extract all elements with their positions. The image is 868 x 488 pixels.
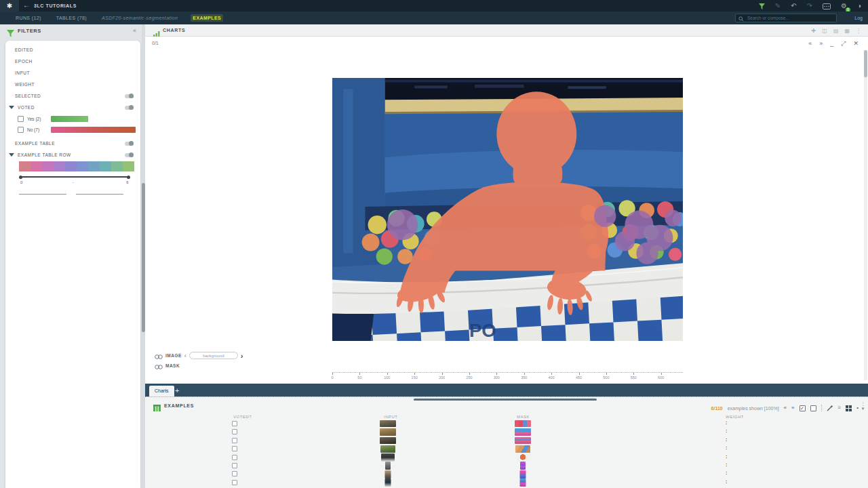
- redo-icon[interactable]: ↷: [807, 0, 812, 12]
- input-thumbnail[interactable]: [380, 428, 396, 436]
- table-row[interactable]: :: [145, 445, 868, 453]
- filter-field-voted[interactable]: VOTED: [18, 105, 35, 110]
- app-logo-icon[interactable]: ✱: [0, 0, 19, 12]
- magic-wand-icon[interactable]: [827, 402, 833, 414]
- chart-close-icon[interactable]: ✕: [853, 41, 859, 47]
- input-thumbnail[interactable]: [380, 445, 395, 453]
- chart-scrollbar-thumb[interactable]: [864, 50, 867, 77]
- row-voted-checkbox[interactable]: [232, 429, 237, 434]
- example-table-row-toggle[interactable]: [125, 153, 134, 157]
- tools-icon[interactable]: ⚙1: [841, 0, 847, 12]
- input-thumbnail[interactable]: [385, 479, 391, 487]
- search-input[interactable]: [746, 15, 833, 21]
- filter-icon[interactable]: [759, 0, 765, 12]
- range-slider[interactable]: [20, 176, 129, 178]
- layer-visibility-icon[interactable]: [155, 360, 163, 372]
- example-table-toggle[interactable]: [125, 142, 134, 146]
- page-first-icon[interactable]: «: [784, 405, 787, 411]
- value-gradient-bar[interactable]: [19, 161, 134, 171]
- class-selector-pill[interactable]: background: [189, 352, 238, 359]
- list-view-icon[interactable]: ≡: [838, 405, 842, 411]
- tab-charts[interactable]: Charts: [149, 386, 174, 396]
- mask-thumbnail[interactable]: [516, 453, 530, 462]
- filter-field-epoch[interactable]: EPOCH: [15, 59, 33, 64]
- nav-tab[interactable]: RUNS (12): [14, 14, 43, 22]
- row-voted-checkbox[interactable]: [232, 480, 237, 485]
- back-arrow-icon[interactable]: ←: [23, 0, 30, 12]
- log-button[interactable]: Log: [854, 14, 863, 22]
- selected-toggle[interactable]: [125, 94, 134, 98]
- edit-icon[interactable]: ✎: [775, 0, 781, 12]
- chart-scrollbar[interactable]: [864, 50, 867, 380]
- detail-view-icon[interactable]: •: [856, 405, 859, 411]
- segmentation-image[interactable]: PO: [332, 78, 683, 341]
- range-min-input[interactable]: [19, 187, 66, 195]
- table-row[interactable]: :: [145, 436, 868, 445]
- charts-kebab-icon[interactable]: ⋮: [856, 28, 861, 34]
- table-row[interactable]: :: [145, 479, 868, 487]
- mask-thumbnail[interactable]: [515, 445, 530, 453]
- table-row[interactable]: :: [145, 470, 868, 478]
- search-box[interactable]: [735, 14, 837, 22]
- mask-thumbnail[interactable]: [515, 420, 531, 427]
- voted-option-checkbox[interactable]: [18, 116, 24, 122]
- nav-tab[interactable]: TABLES (78): [54, 14, 89, 22]
- chart-next-icon[interactable]: »: [819, 41, 823, 47]
- mask-thumbnail[interactable]: [520, 470, 526, 479]
- table-row[interactable]: :: [145, 462, 868, 470]
- voted-toggle[interactable]: [125, 106, 134, 110]
- examples-collapse-icon[interactable]: ▾: [862, 407, 865, 411]
- filter-field-edited[interactable]: EDITED: [15, 47, 33, 52]
- undo-icon[interactable]: ↶: [791, 0, 796, 12]
- table-row[interactable]: :: [145, 420, 868, 428]
- column-header-voted[interactable]: VOTED?: [233, 415, 252, 419]
- mask-thumbnail[interactable]: [520, 462, 526, 470]
- row-voted-checkbox[interactable]: [232, 421, 237, 426]
- column-header-input[interactable]: INPUT: [384, 415, 398, 419]
- select-all-checkbox[interactable]: ✓: [800, 405, 806, 411]
- chart-prev-icon[interactable]: «: [808, 41, 812, 47]
- column-header-weight[interactable]: WEIGHT: [726, 415, 744, 419]
- command-bar-icon[interactable]: [823, 0, 831, 12]
- mask-thumbnail[interactable]: [520, 479, 526, 487]
- layout-grid-icon[interactable]: ▦: [844, 28, 850, 34]
- move-panel-icon[interactable]: ✚: [812, 28, 816, 34]
- table-row[interactable]: :: [145, 453, 868, 462]
- grid-view-icon[interactable]: [846, 405, 852, 411]
- range-max-input[interactable]: [76, 187, 123, 195]
- input-thumbnail[interactable]: [381, 453, 395, 462]
- class-next-icon[interactable]: ›: [241, 352, 243, 359]
- input-thumbnail[interactable]: [385, 470, 391, 479]
- select-none-checkbox[interactable]: [810, 405, 816, 411]
- column-header-mask[interactable]: MASK: [517, 415, 530, 419]
- filter-field-input[interactable]: INPUT: [15, 70, 30, 75]
- nav-tab[interactable]: EXAMPLES: [191, 14, 223, 22]
- mask-thumbnail[interactable]: [515, 437, 531, 444]
- class-prev-icon[interactable]: ‹: [184, 352, 186, 359]
- layout-rows-icon[interactable]: ▤: [833, 28, 839, 34]
- chart-maximize-icon[interactable]: ⤢: [841, 41, 846, 47]
- theme-toggle-icon[interactable]: ◑: [857, 0, 861, 12]
- example-table-row-caret-icon[interactable]: [9, 153, 14, 157]
- sidebar-collapse-icon[interactable]: «: [133, 27, 136, 34]
- chart-minimize-icon[interactable]: _: [830, 41, 833, 47]
- examples-hscrollbar-thumb[interactable]: [414, 399, 597, 401]
- mask-thumbnail[interactable]: [515, 428, 531, 436]
- input-thumbnail[interactable]: [380, 437, 396, 444]
- table-row[interactable]: :: [145, 428, 868, 436]
- filter-field-selected[interactable]: SELECTED: [15, 94, 41, 98]
- input-thumbnail[interactable]: [380, 420, 396, 427]
- row-voted-checkbox[interactable]: [232, 438, 237, 443]
- add-tab-button[interactable]: +: [175, 385, 179, 396]
- voted-option-checkbox[interactable]: [18, 127, 24, 133]
- voted-caret-icon[interactable]: [9, 106, 14, 109]
- filter-field-example-table[interactable]: EXAMPLE TABLE: [15, 141, 55, 146]
- filter-field-weight[interactable]: WEIGHT: [15, 82, 35, 87]
- row-voted-checkbox[interactable]: [232, 463, 237, 468]
- nav-tab[interactable]: ASDF20-semantic-segmentation: [100, 14, 180, 22]
- row-voted-checkbox[interactable]: [232, 455, 237, 460]
- page-last-icon[interactable]: »: [791, 405, 794, 411]
- row-voted-checkbox[interactable]: [232, 471, 237, 476]
- filter-field-example-table-row[interactable]: EXAMPLE TABLE ROW: [18, 152, 71, 157]
- row-voted-checkbox[interactable]: [232, 446, 237, 451]
